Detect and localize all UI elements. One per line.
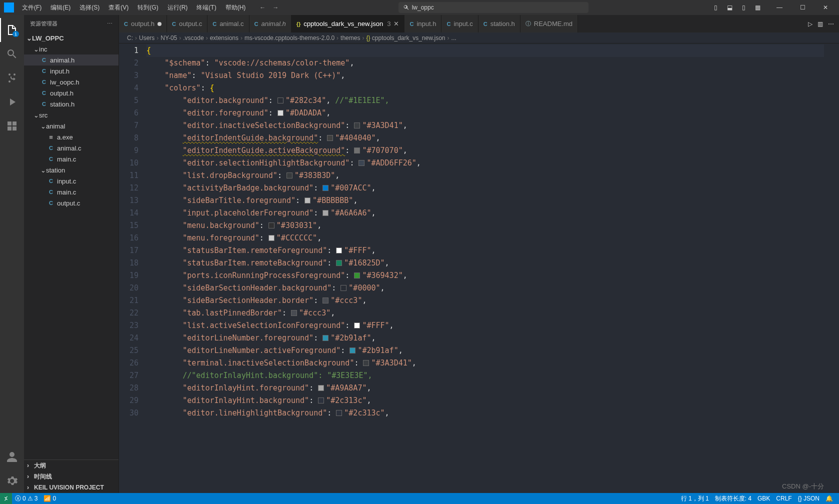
indent-indicator[interactable]: 制表符长度: 4 [712,493,754,504]
tree-folder[interactable]: ⌄src [24,110,118,120]
code-line[interactable]: "editor.selectionHighlightBackground": "… [146,157,824,170]
breadcrumb-item[interactable]: C: [127,34,133,42]
code-line[interactable]: "editor.inactiveSelectionBackground": "#… [146,120,824,132]
panel-bottom-icon[interactable]: ⬓ [724,4,735,11]
tree-folder[interactable]: ⌄station [24,164,118,176]
breadcrumb-item[interactable]: NY-05 [160,34,177,42]
encoding-indicator[interactable]: GBK [754,493,773,504]
menu-goto[interactable]: 转到(G) [134,2,162,14]
breadcrumb[interactable]: C:›Users›NY-05›.vscode›extensions›ms-vsc… [119,32,839,44]
project-root[interactable]: ⌄ LW_OPPC [24,32,118,44]
tree-folder[interactable]: ⌄inc [24,44,118,54]
tree-file[interactable]: Cstation.h [24,98,118,110]
search-icon[interactable] [0,42,24,66]
code-line[interactable]: "activityBarBadge.background": "#007ACC"… [146,182,824,194]
editor-tab[interactable]: ⓘREADME.md [520,15,578,32]
search-input[interactable]: lw_oppc [398,2,588,13]
settings-gear-icon[interactable] [0,469,24,493]
code-line[interactable]: "sideBarTitle.foreground": "#BBBBBB", [146,194,824,207]
tree-file[interactable]: Canimal.c [24,142,118,154]
editor-tab[interactable]: Cstation.h [478,15,520,32]
code-line[interactable]: "sideBarSectionHeader.border": "#ccc3", [146,294,824,307]
run-debug-icon[interactable] [0,90,24,114]
tree-folder[interactable]: ⌄animal [24,120,118,132]
run-icon[interactable]: ▷ [808,20,812,28]
code-line[interactable]: "editorIndentGuide.background": "#404040… [146,132,824,144]
eol-indicator[interactable]: CRLF [773,493,794,504]
code-line[interactable]: "list.dropBackground": "#383B3D", [146,170,824,182]
code-line[interactable]: "editorInlayHint.background": "#2c313c", [146,394,824,407]
tree-file[interactable]: Cinput.c [24,176,118,186]
code-line[interactable]: "terminal.inactiveSelectionBackground": … [146,357,824,370]
code-line[interactable]: "sideBarSectionHeader.background": "#000… [146,282,824,294]
editor-tab[interactable]: {}cpptools_dark_vs_new.json3✕ [292,15,405,32]
editor-tab[interactable]: Canimal.h [250,15,292,32]
menu-view[interactable]: 查看(V) [104,2,132,14]
remote-indicator[interactable] [0,493,12,504]
breadcrumb-item[interactable]: .vscode [183,34,204,42]
tree-file[interactable]: Cmain.c [24,186,118,198]
breadcrumb-item[interactable]: Users [139,34,154,42]
editor-tab[interactable]: Cinput.h [404,15,442,32]
panel-left-icon[interactable]: ▯ [710,4,721,11]
breadcrumb-item[interactable]: {} cpptools_dark_vs_new.json [366,34,445,42]
editor-tab[interactable]: Coutput.c [167,15,208,32]
code-line[interactable]: "editor.foreground": "#DADADA", [146,107,824,120]
code-line[interactable]: "editor.lineHighlightBackground": "#2c31… [146,407,824,420]
extensions-icon[interactable] [0,114,24,138]
close-button[interactable]: ✕ [814,0,837,15]
notifications-icon[interactable]: 🔔 [822,493,836,504]
sidebar-section[interactable]: ›KEIL UVISION PROJECT [24,482,118,493]
ports-indicator[interactable]: 📶0 [40,493,59,504]
code-line[interactable]: "editorLineNumber.foreground": "#2b91af"… [146,332,824,344]
tree-file[interactable]: Coutput.c [24,198,118,208]
editor-tab[interactable]: Coutput.h [119,15,167,32]
sidebar-section[interactable]: ›大纲 [24,460,118,471]
code-line[interactable]: { [146,44,824,57]
editor-tab[interactable]: Cinput.c [442,15,478,32]
accounts-icon[interactable] [0,445,24,469]
code-line[interactable]: "editor.background": "#282c34", //"#1E1E… [146,94,824,107]
source-control-icon[interactable] [0,66,24,90]
code-line[interactable]: "$schema": "vscode://schemas/color-theme… [146,57,824,70]
menu-terminal[interactable]: 终端(T) [192,2,220,14]
explorer-icon[interactable]: 1 [0,18,24,42]
code-line[interactable]: "editorIndentGuide.activeBackground": "#… [146,144,824,157]
nav-forward-icon[interactable]: → [270,3,280,12]
menu-select[interactable]: 选择(S) [76,2,104,14]
code-line[interactable]: //"editorInlayHint.background": "#3E3E3E… [146,370,824,382]
tree-file[interactable]: Cinput.h [24,66,118,76]
tree-file[interactable]: Coutput.h [24,88,118,98]
code-editor[interactable]: { "$schema": "vscode://schemas/color-the… [146,44,824,493]
code-line[interactable]: "editorLineNumber.activeForeground": "#2… [146,344,824,357]
code-line[interactable]: "input.placeholderForeground": "#A6A6A6"… [146,207,824,220]
problems-indicator[interactable]: ⓧ0 ⚠3 [12,493,40,504]
code-line[interactable]: "menu.background": "#303031", [146,220,824,232]
sidebar-more-icon[interactable]: ⋯ [107,20,112,27]
tab-close-icon[interactable]: ✕ [394,20,399,28]
code-line[interactable]: "tab.lastPinnedBorder": "#ccc3", [146,307,824,320]
breadcrumb-item[interactable]: ... [452,34,456,42]
breadcrumb-item[interactable]: extensions [210,34,238,42]
code-line[interactable]: "list.activeSelectionIconForeground": "#… [146,320,824,332]
sidebar-section[interactable]: ›时间线 [24,471,118,482]
code-line[interactable]: "ports.iconRunningProcessForeground": "#… [146,270,824,282]
nav-back-icon[interactable]: ← [258,3,268,12]
tree-file[interactable]: Clw_oopc.h [24,76,118,88]
breadcrumb-item[interactable]: ms-vscode.cpptools-themes-2.0.0 [244,34,334,42]
tree-file[interactable]: ≡a.exe [24,132,118,142]
maximize-button[interactable]: ☐ [791,0,814,15]
menu-help[interactable]: 帮助(H) [222,2,250,14]
more-actions-icon[interactable]: ⋯ [828,20,834,28]
minimize-button[interactable]: ― [768,0,791,15]
language-indicator[interactable]: {} JSON [795,493,822,504]
menu-run[interactable]: 运行(R) [164,2,192,14]
code-line[interactable]: "menu.foreground": "#CCCCCC", [146,232,824,244]
split-editor-icon[interactable]: ▥ [818,20,823,28]
code-line[interactable]: "name": "Visual Studio 2019 Dark (C++)", [146,70,824,82]
customize-layout-icon[interactable]: ▦ [752,4,763,11]
tree-file[interactable]: Canimal.h [24,54,118,66]
breadcrumb-item[interactable]: themes [340,34,360,42]
menu-file[interactable]: 文件(F) [18,2,46,14]
menu-edit[interactable]: 编辑(E) [46,2,74,14]
